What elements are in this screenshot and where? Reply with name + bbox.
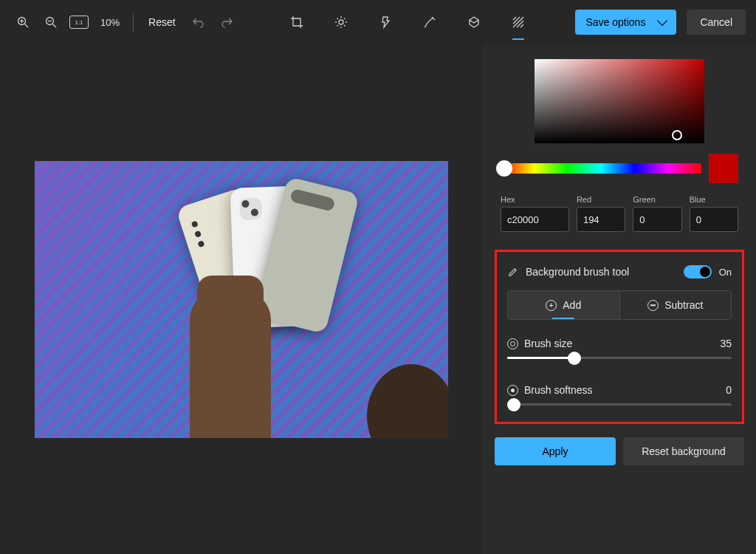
canvas-area: [0, 44, 483, 554]
brush-softness-slider[interactable]: [507, 403, 732, 406]
crop-icon[interactable]: [282, 7, 312, 37]
svg-line-13: [344, 25, 346, 27]
top-toolbar: 1:1 10% Reset Save options Cancel: [0, 0, 756, 44]
apply-button[interactable]: Apply: [495, 437, 616, 465]
divider: [133, 13, 134, 32]
svg-line-1: [25, 24, 29, 28]
hex-input[interactable]: c20000: [501, 207, 569, 232]
brush-size-icon: [507, 338, 518, 349]
save-options-button[interactable]: Save options: [575, 10, 676, 35]
brush-size-thumb[interactable]: [568, 352, 581, 365]
center-tools: [282, 7, 533, 37]
brush-tool-title: Background brush tool: [526, 266, 676, 278]
redo-icon[interactable]: [214, 10, 239, 35]
filter-icon[interactable]: [371, 7, 400, 37]
adjust-icon[interactable]: [326, 7, 356, 37]
brush-size-slider[interactable]: [507, 357, 732, 359]
image-preview[interactable]: [35, 161, 448, 438]
brush-mode-segment: + Add Subtract: [507, 290, 732, 320]
save-options-label: Save options: [585, 16, 645, 28]
zoom-in-icon[interactable]: [10, 10, 35, 35]
svg-point-7: [339, 20, 343, 24]
svg-line-15: [344, 18, 346, 20]
red-label: Red: [577, 195, 625, 204]
brush-toggle-label: On: [719, 267, 732, 278]
brush-softness-label: Brush softness: [524, 384, 720, 396]
add-mode-button[interactable]: + Add: [508, 291, 619, 319]
subtract-label: Subtract: [664, 299, 703, 311]
svg-line-14: [337, 25, 338, 27]
background-brush-panel: Background brush tool On + Add Subtract: [495, 250, 744, 424]
chevron-down-icon: [657, 16, 667, 26]
reset-background-button[interactable]: Reset background: [623, 437, 744, 465]
brush-size-label: Brush size: [524, 338, 714, 349]
green-input[interactable]: 0: [633, 207, 681, 232]
undo-icon[interactable]: [186, 10, 211, 35]
zoom-percent-label: 10%: [94, 17, 126, 28]
reset-view-button[interactable]: Reset: [141, 12, 183, 33]
right-panel: Hex c20000 Red 194 Green 0 Blue 0: [483, 44, 756, 554]
minus-circle-icon: [647, 300, 659, 311]
brush-softness-thumb[interactable]: [507, 398, 520, 411]
svg-line-12: [337, 18, 338, 20]
blue-input[interactable]: 0: [690, 207, 738, 232]
erase-icon[interactable]: [459, 7, 489, 37]
markup-icon[interactable]: [415, 7, 444, 37]
color-swatch: [709, 154, 738, 183]
cancel-button[interactable]: Cancel: [687, 10, 746, 35]
add-label: Add: [563, 299, 581, 311]
hex-label: Hex: [501, 195, 569, 204]
red-input[interactable]: 194: [577, 207, 625, 232]
zoom-out-icon[interactable]: [38, 10, 63, 35]
subtract-mode-button[interactable]: Subtract: [620, 291, 732, 319]
blue-label: Blue: [690, 195, 738, 204]
fit-icon[interactable]: 1:1: [66, 10, 92, 35]
brush-softness-icon: [507, 385, 518, 396]
background-icon[interactable]: [504, 7, 533, 37]
hue-slider[interactable]: [501, 163, 701, 174]
brush-icon: [507, 267, 518, 278]
brush-toggle[interactable]: [684, 265, 712, 278]
sv-cursor[interactable]: [672, 130, 682, 140]
color-picker: Hex c20000 Red 194 Green 0 Blue 0: [495, 44, 744, 232]
brush-softness-value: 0: [726, 384, 732, 396]
brush-size-value: 35: [720, 338, 732, 349]
hue-thumb[interactable]: [496, 160, 512, 177]
saturation-value-picker[interactable]: [535, 59, 704, 143]
svg-line-5: [53, 24, 57, 28]
green-label: Green: [633, 195, 681, 204]
plus-circle-icon: +: [546, 300, 557, 311]
